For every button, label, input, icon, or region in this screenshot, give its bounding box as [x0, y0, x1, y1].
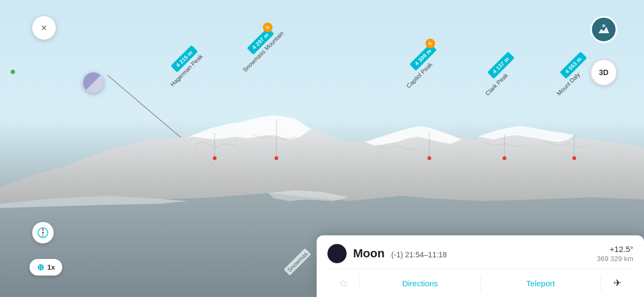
- info-body-info: Moon (-1) 21:54–11:18: [353, 247, 447, 261]
- info-distance: 369 329 km: [597, 255, 633, 263]
- satellite-button[interactable]: [590, 16, 617, 43]
- zoom-button[interactable]: ⊕ 1x: [30, 259, 62, 276]
- info-panel: Moon (-1) 21:54–11:18 +12.5° 369 329 km …: [317, 235, 644, 297]
- directions-button[interactable]: Directions: [360, 271, 480, 295]
- moon-sphere-indicator: [83, 72, 104, 93]
- svg-point-11: [602, 24, 605, 27]
- mountain-icon: [597, 23, 611, 36]
- info-time-range: (-1) 21:54–11:18: [391, 250, 447, 259]
- info-actions: ☆ Directions Teleport ✈: [327, 269, 633, 297]
- 3d-button[interactable]: 3D: [590, 59, 617, 86]
- teleport-button[interactable]: Teleport: [481, 271, 601, 295]
- svg-point-6: [213, 157, 217, 160]
- status-dot: [11, 70, 15, 74]
- info-angle: +12.5°: [597, 244, 633, 254]
- plane-button[interactable]: ✈: [601, 270, 633, 296]
- svg-point-8: [428, 157, 431, 160]
- svg-point-7: [275, 157, 279, 160]
- svg-point-13: [42, 232, 44, 234]
- svg-point-10: [573, 157, 576, 160]
- svg-point-16: [327, 244, 347, 263]
- moon-icon: [327, 244, 347, 263]
- info-body-name: Moon: [353, 247, 385, 260]
- info-panel-header: Moon (-1) 21:54–11:18 +12.5° 369 329 km: [327, 244, 633, 263]
- zoom-label: 1x: [47, 263, 55, 271]
- info-right: +12.5° 369 329 km: [597, 244, 633, 263]
- info-left: Moon (-1) 21:54–11:18: [327, 244, 447, 263]
- close-button[interactable]: ×: [32, 16, 56, 40]
- svg-point-9: [503, 157, 507, 160]
- compass-icon: [37, 227, 49, 239]
- compass-button[interactable]: [32, 222, 54, 243]
- zoom-icon: ⊕: [37, 262, 44, 272]
- favorite-button[interactable]: ☆: [327, 269, 360, 297]
